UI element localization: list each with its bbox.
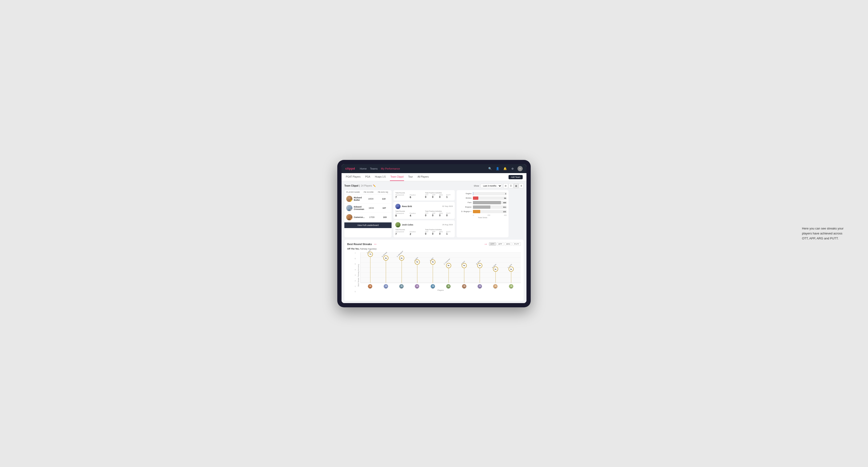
table-row: 1 Richard Butler 19/20 110 (344, 194, 392, 204)
streak-bubble: 6x (383, 255, 389, 261)
player-info: 1 Richard Butler (346, 196, 364, 202)
player-dot (368, 284, 372, 289)
player-dot (431, 284, 435, 289)
player-dot-wrap (362, 284, 378, 289)
settings-icon[interactable]: ⊕ (510, 166, 515, 171)
player-card-rees: Rees Britt 02 Sep 2023 Total Rounds Tour… (394, 202, 455, 219)
player-dot-wrap (409, 284, 425, 289)
streaks-chart: Best Streak, Fairway Accuracy 7 6 5 4 3 … (347, 252, 521, 299)
sub-nav-right: Add Team (508, 175, 523, 179)
chart-x-axis: 0 200 400 (459, 214, 507, 216)
bell-icon[interactable]: 🔔 (502, 166, 507, 171)
y-label-6: 6 (355, 258, 356, 259)
x-axis-label: Players (361, 289, 521, 291)
svg-point-9 (396, 226, 400, 227)
bar-label: Pars (459, 201, 471, 204)
detail-view-button[interactable]: ▦ (514, 184, 519, 188)
streaks-columns: E. Ewert7xB. McHarg6xD. Billingham6xJ. C… (361, 252, 521, 283)
sub-nav-team-clippd[interactable]: Team Clippd (390, 173, 404, 181)
y-label-2: 2 (355, 280, 356, 282)
table-row: 2 Edward Crossman 18/20 107 (344, 204, 392, 213)
svg-point-18 (432, 285, 434, 287)
metric-tab-putt[interactable]: PUTT (513, 242, 521, 246)
annotation-text: Here you can see streaks your players ha… (802, 226, 849, 241)
bar-chart-card: Eagles 3 Birdies 96 Pars 499 Bogeys 311 … (457, 190, 508, 237)
annotation: Here you can see streaks your players ha… (802, 226, 849, 241)
grid-view-button[interactable]: ⊞ (503, 184, 508, 188)
avatar: 3 (346, 214, 352, 220)
tablet-frame: clippd Home Teams My Performance 🔍 👤 🔔 ⊕… (337, 160, 531, 307)
player-count: 14 Players (361, 184, 372, 187)
player-date: 26 Aug 2023 (442, 224, 453, 226)
period-select[interactable]: Last 3 months (480, 184, 502, 188)
player-dot (399, 284, 404, 289)
player-dot-wrap (456, 284, 472, 289)
nav-home[interactable]: Home (360, 167, 367, 170)
rank-badge: 3 (350, 218, 352, 220)
bar-value: 3 (505, 192, 506, 195)
player-card: Total Rounds Tournament 7 Practice 6 (394, 190, 455, 200)
player-name: Edward Crossman (354, 206, 364, 210)
svg-point-7 (396, 208, 400, 209)
player-info: 2 Edward Crossman (346, 205, 364, 211)
main-grid: PLAYER NAME PB SCORE PB AVG SQ 1 (344, 190, 524, 237)
metric-tab-ott[interactable]: OTT (489, 242, 496, 246)
user-icon[interactable]: 👤 (495, 166, 500, 171)
view-full-leaderboard-button[interactable]: View Full Leaderboard (344, 222, 392, 228)
metric-tab-app[interactable]: APP (497, 242, 504, 246)
player-dot-wrap (394, 284, 409, 289)
nav-bar: clippd Home Teams My Performance 🔍 👤 🔔 ⊕… (342, 164, 526, 173)
lb-player-col-label: PLAYER NAME (346, 191, 364, 193)
bar-fill (473, 201, 501, 204)
svg-point-8 (397, 223, 399, 225)
player-score: 18/20 (364, 207, 378, 209)
bar-row: Eagles 3 (459, 192, 507, 195)
nav-teams[interactable]: Teams (370, 167, 378, 170)
svg-point-23 (463, 287, 466, 289)
sub-nav-all-players[interactable]: All Players (417, 173, 429, 181)
streak-bubble: 3x (493, 267, 498, 272)
nav-my-performance[interactable]: My Performance (381, 167, 400, 170)
practice-value: 6 (410, 196, 423, 198)
streak-bubble: 6x (399, 255, 404, 261)
y-axis-title: Best Streak, Fairway Accuracy (358, 264, 359, 286)
bar-container: 96 (473, 196, 507, 200)
svg-point-14 (401, 285, 403, 287)
player-name: Richard Butler (354, 196, 364, 201)
list-view-button[interactable]: ☰ (508, 184, 513, 188)
sub-nav-hcaps[interactable]: Hcaps 1-5 (375, 173, 386, 181)
streak-bubble: 3x (508, 267, 514, 272)
svg-point-6 (397, 205, 399, 207)
search-icon[interactable]: 🔍 (487, 166, 493, 171)
y-axis-labels: 7 6 5 4 3 2 1 0 (355, 252, 356, 293)
add-team-button[interactable]: Add Team (508, 175, 523, 179)
streak-line (370, 257, 371, 283)
svg-point-0 (348, 197, 350, 199)
player-dot (462, 284, 467, 289)
bar-label: Eagles (459, 192, 471, 195)
y-label-0: 0 (355, 291, 356, 292)
streaks-player-dots (361, 284, 521, 289)
filter-button[interactable]: ⬇ (519, 184, 524, 188)
metric-tab-arg[interactable]: ARG (504, 242, 512, 246)
streak-line (464, 268, 464, 283)
leaderboard-card: PLAYER NAME PB SCORE PB AVG SQ 1 (344, 190, 392, 237)
player-dot-wrap (378, 284, 394, 289)
y-label-3: 3 (355, 274, 356, 276)
player-dot-wrap (488, 284, 503, 289)
player-name: Josh Coles (402, 224, 413, 226)
show-label: Show (474, 185, 479, 187)
svg-point-22 (464, 285, 465, 287)
svg-point-28 (510, 285, 512, 287)
bar-label: D. Bogeys + (459, 210, 471, 213)
avatar[interactable]: U (518, 166, 523, 171)
nav-links: Home Teams My Performance (360, 167, 483, 170)
sub-nav-tour[interactable]: Tour (408, 173, 413, 181)
streak-bubble: 5x (430, 259, 435, 264)
streak-line (495, 272, 496, 283)
svg-point-27 (494, 287, 497, 289)
svg-point-13 (385, 287, 388, 289)
sub-nav-pgat[interactable]: PGAT Players (345, 173, 361, 181)
edit-icon[interactable]: ✏️ (373, 184, 376, 187)
sub-nav-pga[interactable]: PGA (365, 173, 371, 181)
